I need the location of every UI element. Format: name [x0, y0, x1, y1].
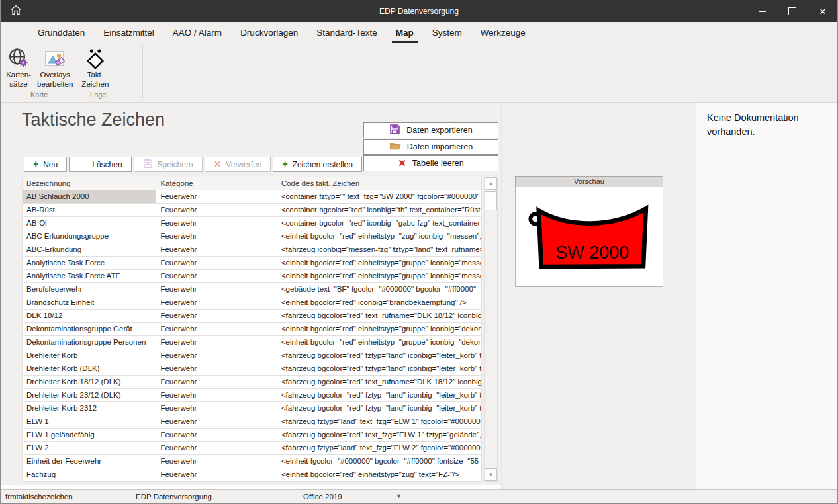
cell-kategorie[interactable]: Feuerwehr: [156, 323, 277, 336]
table-row[interactable]: Drehleiter Korb 2312Feuerwehr<fahrzeug b…: [23, 402, 481, 415]
cell-kategorie[interactable]: Feuerwehr: [156, 270, 277, 283]
table-row[interactable]: Drehleiter Korb 23/12 (DLK)Feuerwehr<fah…: [23, 389, 481, 402]
cell-kategorie[interactable]: Feuerwehr: [156, 415, 277, 429]
tab-werkzeuge[interactable]: Werkzeuge: [477, 22, 530, 43]
table-row[interactable]: AB-ÖlFeuerwehr<container bgcolor="red" i…: [23, 217, 481, 230]
tab-system[interactable]: System: [428, 22, 466, 43]
table-row[interactable]: AB-RüstFeuerwehr<container bgcolor="red"…: [23, 204, 481, 217]
ribbon-button-overlays-bearbeiten[interactable]: Overlaysbearbeiten: [34, 44, 75, 89]
cell-kategorie[interactable]: Feuerwehr: [156, 204, 277, 217]
cell-kategorie[interactable]: Feuerwehr: [156, 310, 277, 323]
cell-kategorie[interactable]: Feuerwehr: [156, 402, 277, 415]
cell-code[interactable]: <container fztyp="" text_fzg="SW 2000" f…: [277, 190, 481, 204]
cell-kategorie[interactable]: Feuerwehr: [156, 349, 277, 362]
cell-bezeichnung[interactable]: Berufsfeuerwehr: [23, 283, 156, 296]
zeichen-erstellen-button[interactable]: +Zeichen erstellen: [273, 157, 362, 172]
table-row[interactable]: ELW 1Feuerwehr<fahrzeug fztyp="land" tex…: [23, 415, 481, 429]
table-row[interactable]: BerufsfeuerwehrFeuerwehr<gebäude text="B…: [23, 283, 481, 296]
cell-bezeichnung[interactable]: AB Schlauch 2000: [23, 190, 156, 204]
cell-bezeichnung[interactable]: Drehleiter Korb: [23, 349, 156, 362]
cell-code[interactable]: <fahrzeug fztyp="land" text_fzg="ELW 1" …: [277, 415, 481, 429]
cell-code[interactable]: <einheit bgcolor="red" iconbig="brandbek…: [277, 296, 481, 310]
cell-code[interactable]: <fahrzeug bgcolor="red" text_rufname="DL…: [277, 376, 481, 389]
cell-bezeichnung[interactable]: AB-Rüst: [23, 204, 156, 217]
cell-code[interactable]: <fahrzeug bgcolor="red" text_rufname="DL…: [277, 310, 481, 323]
cell-code[interactable]: <einheit bgcolor="red" einheitstyp="zug"…: [277, 468, 481, 482]
table-row[interactable]: Einheit der FeuerwehrFeuerwehr<einheit f…: [23, 455, 481, 468]
löschen-button[interactable]: —Löschen: [69, 157, 131, 172]
column-header-c0[interactable]: Bezeichnung: [23, 177, 156, 190]
table-row[interactable]: Dekontaminationsgruppe GerätFeuerwehr<ei…: [23, 323, 481, 336]
table-row[interactable]: ELW 1 geländefähigFeuerwehr<fahrzeug bgc…: [23, 429, 481, 442]
cell-kategorie[interactable]: Feuerwehr: [156, 429, 277, 442]
table-row[interactable]: DLK 18/12Feuerwehr<fahrzeug bgcolor="red…: [23, 310, 481, 323]
cell-kategorie[interactable]: Feuerwehr: [156, 243, 277, 257]
cell-code[interactable]: <fahrzeug fztyp="land" text_fzg="ELW 2" …: [277, 442, 481, 455]
table-row[interactable]: Drehleiter KorbFeuerwehr<fahrzeug bgcolo…: [23, 349, 481, 362]
table-row[interactable]: Drehleiter Korb (DLK)Feuerwehr<fahrzeug …: [23, 362, 481, 376]
daten-exportieren-button[interactable]: Daten exportieren: [363, 122, 498, 138]
tab-standard-texte[interactable]: Standard-Texte: [312, 22, 381, 43]
cell-code[interactable]: <einheit bgcolor="red" einheitstyp="grup…: [277, 257, 481, 270]
tab-einsatzmittel[interactable]: Einsatzmittel: [99, 22, 158, 43]
cell-bezeichnung[interactable]: Drehleiter Korb (DLK): [23, 362, 156, 376]
table-row[interactable]: AB Schlauch 2000Feuerwehr<container fzty…: [23, 190, 481, 204]
cell-bezeichnung[interactable]: ABC-Erkundung: [23, 243, 156, 257]
cell-bezeichnung[interactable]: Analytische Task Force ATF: [23, 270, 156, 283]
cell-code[interactable]: <einheit bgcolor="red" einheitstyp="grup…: [277, 270, 481, 283]
cell-kategorie[interactable]: Feuerwehr: [156, 217, 277, 230]
chevron-down-icon[interactable]: ▼: [396, 493, 402, 499]
daten-importieren-button[interactable]: Daten importieren: [363, 139, 498, 155]
neu-button[interactable]: +Neu: [24, 157, 67, 172]
cell-kategorie[interactable]: Feuerwehr: [156, 376, 277, 389]
cell-bezeichnung[interactable]: AB-Öl: [23, 217, 156, 230]
cell-code[interactable]: <fahrzeug bgcolor="red" fztyp="land" ico…: [277, 362, 481, 376]
table-row[interactable]: ABC ErkundungsgruppeFeuerwehr<einheit bg…: [23, 230, 481, 243]
cell-bezeichnung[interactable]: Brandschutz Einheit: [23, 296, 156, 310]
cell-bezeichnung[interactable]: Drehleiter Korb 18/12 (DLK): [23, 376, 156, 389]
cell-bezeichnung[interactable]: Analytische Task Force: [23, 257, 156, 270]
minimize-button[interactable]: [747, 0, 777, 22]
tactical-signs-table[interactable]: BezeichnungKategorieCode des takt. Zeich…: [22, 177, 482, 482]
tab-map[interactable]: Map: [392, 22, 418, 43]
table-row[interactable]: FachzugFeuerwehr<einheit bgcolor="red" e…: [23, 468, 481, 482]
cell-kategorie[interactable]: Feuerwehr: [156, 389, 277, 402]
cell-code[interactable]: <fahrzeug iconbig="messen-fzg" fztyp="la…: [277, 243, 481, 257]
cell-kategorie[interactable]: Feuerwehr: [156, 296, 277, 310]
cell-bezeichnung[interactable]: Dekontaminationsgruppe Gerät: [23, 323, 156, 336]
cell-code[interactable]: <container bgcolor="red" iconbig="gabc-f…: [277, 217, 481, 230]
cell-code[interactable]: <container bgcolor="red" iconbig="th" te…: [277, 204, 481, 217]
cell-bezeichnung[interactable]: Dekontaminationsgruppe Personen: [23, 336, 156, 349]
table-row[interactable]: Analytische Task ForceFeuerwehr<einheit …: [23, 257, 481, 270]
scroll-down-button[interactable]: ▼: [485, 468, 497, 481]
ribbon-button-takt-zeichen[interactable]: Takt.Zeichen: [79, 44, 111, 89]
table-row[interactable]: Dekontaminationsgruppe PersonenFeuerwehr…: [23, 336, 481, 349]
cell-code[interactable]: <einheit bgcolor="red" einheitstyp="grup…: [277, 336, 481, 349]
tab-grunddaten[interactable]: Grunddaten: [34, 22, 89, 43]
cell-bezeichnung[interactable]: DLK 18/12: [23, 310, 156, 323]
cell-bezeichnung[interactable]: ELW 2: [23, 442, 156, 455]
tabelle-leeren-button[interactable]: ✕Tabelle leeren: [363, 155, 498, 171]
maximize-button[interactable]: [777, 0, 808, 22]
cell-code[interactable]: <gebäude text="BF" fgcolor="#000000" bgc…: [277, 283, 481, 296]
cell-code[interactable]: <einheit bgcolor="red" einheitstyp="zug"…: [277, 230, 481, 243]
cell-kategorie[interactable]: Feuerwehr: [156, 442, 277, 455]
column-header-c1[interactable]: Kategorie: [156, 177, 277, 190]
cell-code[interactable]: <fahrzeug bgcolor="red" fztyp="land" ico…: [277, 389, 481, 402]
cell-kategorie[interactable]: Feuerwehr: [156, 283, 277, 296]
table-row[interactable]: Drehleiter Korb 18/12 (DLK)Feuerwehr<fah…: [23, 376, 481, 389]
table-row[interactable]: Brandschutz EinheitFeuerwehr<einheit bgc…: [23, 296, 481, 310]
cell-code[interactable]: <fahrzeug bgcolor="red" fztyp="land" ico…: [277, 402, 481, 415]
home-button[interactable]: [0, 0, 32, 22]
table-row[interactable]: Analytische Task Force ATFFeuerwehr<einh…: [23, 270, 481, 283]
cell-code[interactable]: <fahrzeug bgcolor="red" fztyp="land" ico…: [277, 349, 481, 362]
cell-kategorie[interactable]: Feuerwehr: [156, 190, 277, 204]
cell-code[interactable]: <einheit bgcolor="red" einheitstyp="grup…: [277, 323, 481, 336]
cell-bezeichnung[interactable]: ABC Erkundungsgruppe: [23, 230, 156, 243]
theme-selector[interactable]: Office 2019: [303, 493, 342, 501]
table-row[interactable]: ELW 2Feuerwehr<fahrzeug fztyp="land" tex…: [23, 442, 481, 455]
scrollbar-thumb[interactable]: [485, 191, 497, 210]
ribbon-button-karten--sätze[interactable]: Karten-sätze: [3, 44, 34, 89]
cell-bezeichnung[interactable]: Fachzug: [23, 468, 156, 482]
cell-code[interactable]: <einheit fgcolor="#000000" bgcolor="#ff0…: [277, 455, 481, 468]
